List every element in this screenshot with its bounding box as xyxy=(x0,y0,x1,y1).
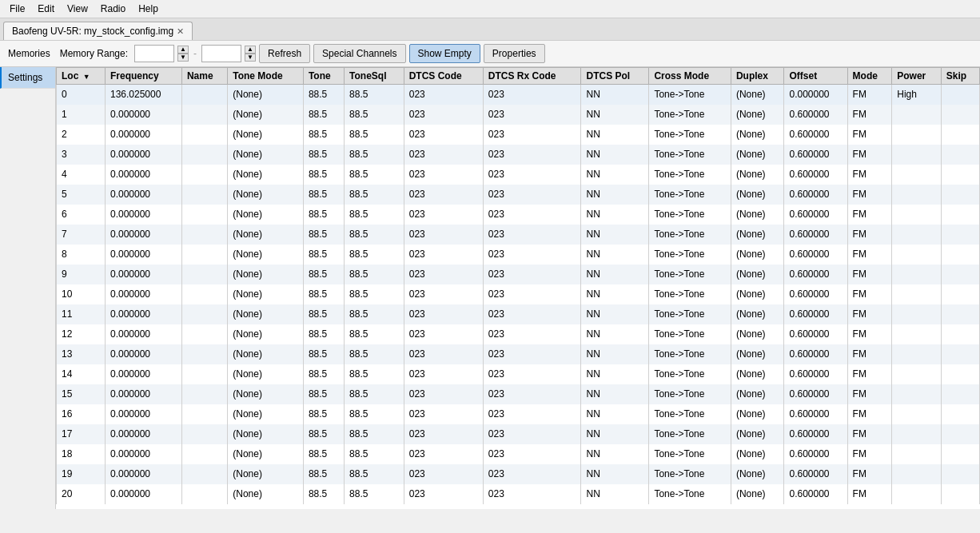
range-start-down-button[interactable]: ▼ xyxy=(177,54,189,62)
col-dtcs-code[interactable]: DTCS Code xyxy=(404,68,483,85)
cell-skip xyxy=(941,125,979,145)
col-dtcs-rx-code[interactable]: DTCS Rx Code xyxy=(483,68,581,85)
cell-dtcs_code: 023 xyxy=(404,464,483,484)
cell-frequency: 0.000000 xyxy=(105,424,181,444)
cell-power xyxy=(892,324,942,344)
cell-tonesql: 88.5 xyxy=(345,404,404,424)
cell-skip xyxy=(941,424,979,444)
cell-dtcs_pol: NN xyxy=(581,364,649,384)
cell-tone: 88.5 xyxy=(303,225,344,245)
document-tab[interactable]: Baofeng UV-5R: my_stock_config.img ✕ xyxy=(3,22,193,40)
table-row[interactable]: 40.000000(None)88.588.5023023NNTone->Ton… xyxy=(57,165,980,185)
cell-dtcs_code: 023 xyxy=(404,284,483,304)
col-frequency[interactable]: Frequency xyxy=(105,68,181,85)
table-row[interactable]: 190.000000(None)88.588.5023023NNTone->To… xyxy=(57,464,980,484)
col-duplex[interactable]: Duplex xyxy=(731,68,784,85)
cell-tone: 88.5 xyxy=(303,125,344,145)
range-end-down-button[interactable]: ▼ xyxy=(245,54,256,62)
col-offset[interactable]: Offset xyxy=(784,68,847,85)
table-row[interactable]: 100.000000(None)88.588.5023023NNTone->To… xyxy=(57,284,980,304)
cell-power xyxy=(892,424,942,444)
table-row[interactable]: 110.000000(None)88.588.5023023NNTone->To… xyxy=(57,304,980,324)
col-loc[interactable]: Loc ▼ xyxy=(57,68,106,85)
col-tone[interactable]: Tone xyxy=(303,68,344,85)
table-row[interactable]: 80.000000(None)88.588.5023023NNTone->Ton… xyxy=(57,245,980,265)
col-cross-mode[interactable]: Cross Mode xyxy=(649,68,731,85)
table-row[interactable]: 130.000000(None)88.588.5023023NNTone->To… xyxy=(57,344,980,364)
table-row[interactable]: 30.000000(None)88.588.5023023NNTone->Ton… xyxy=(57,145,980,165)
col-dtcs-pol[interactable]: DTCS Pol xyxy=(581,68,649,85)
menu-view[interactable]: View xyxy=(61,2,94,16)
special-channels-button[interactable]: Special Channels xyxy=(313,44,405,63)
col-mode[interactable]: Mode xyxy=(847,68,892,85)
table-row[interactable]: 20.000000(None)88.588.5023023NNTone->Ton… xyxy=(57,125,980,145)
refresh-button[interactable]: Refresh xyxy=(259,44,310,63)
cell-dtcs_rx_code: 023 xyxy=(483,245,581,265)
cell-loc: 13 xyxy=(57,344,106,364)
col-name[interactable]: Name xyxy=(181,68,227,85)
cell-name xyxy=(181,484,227,504)
range-start-up-button[interactable]: ▲ xyxy=(177,46,189,54)
sidebar: Settings xyxy=(0,67,56,509)
cell-dtcs_rx_code: 023 xyxy=(483,424,581,444)
cell-mode: FM xyxy=(847,145,892,165)
table-row[interactable]: 90.000000(None)88.588.5023023NNTone->Ton… xyxy=(57,265,980,284)
menu-radio[interactable]: Radio xyxy=(94,2,132,16)
memory-range-end-input[interactable] xyxy=(201,45,241,62)
cell-dtcs_rx_code: 023 xyxy=(483,304,581,324)
col-tonesql[interactable]: ToneSql xyxy=(345,68,404,85)
cell-loc: 0 xyxy=(57,85,106,105)
table-row[interactable]: 170.000000(None)88.588.5023023NNTone->To… xyxy=(57,424,980,444)
col-power[interactable]: Power xyxy=(892,68,942,85)
table-row[interactable]: 200.000000(None)88.588.5023023NNTone->To… xyxy=(57,484,980,504)
show-empty-button[interactable]: Show Empty xyxy=(409,44,480,63)
cell-cross_mode: Tone->Tone xyxy=(649,324,731,344)
cell-mode: FM xyxy=(847,265,892,284)
col-tone-mode[interactable]: Tone Mode xyxy=(228,68,304,85)
menu-file[interactable]: File xyxy=(3,2,31,16)
menu-help[interactable]: Help xyxy=(132,2,165,16)
cell-tone: 88.5 xyxy=(303,464,344,484)
cell-dtcs_pol: NN xyxy=(581,145,649,165)
table-row[interactable]: 0136.025000(None)88.588.5023023NNTone->T… xyxy=(57,85,980,105)
cell-loc: 3 xyxy=(57,145,106,165)
table-row[interactable]: 60.000000(None)88.588.5023023NNTone->Ton… xyxy=(57,205,980,225)
cell-dtcs_rx_code: 023 xyxy=(483,265,581,284)
cell-dtcs_pol: NN xyxy=(581,225,649,245)
table-row[interactable]: 10.000000(None)88.588.5023023NNTone->Ton… xyxy=(57,105,980,125)
cell-name xyxy=(181,404,227,424)
memory-range-start-input[interactable] xyxy=(134,45,174,62)
cell-skip xyxy=(941,205,979,225)
cell-power xyxy=(892,284,942,304)
cell-dtcs_pol: NN xyxy=(581,284,649,304)
cell-frequency: 0.000000 xyxy=(105,205,181,225)
table-row[interactable]: 70.000000(None)88.588.5023023NNTone->Ton… xyxy=(57,225,980,245)
properties-button[interactable]: Properties xyxy=(484,44,545,63)
cell-name xyxy=(181,364,227,384)
table-row[interactable]: 50.000000(None)88.588.5023023NNTone->Ton… xyxy=(57,185,980,205)
range-end-up-button[interactable]: ▲ xyxy=(245,46,256,54)
cell-loc: 5 xyxy=(57,185,106,205)
cell-cross_mode: Tone->Tone xyxy=(649,165,731,185)
table-row[interactable]: 180.000000(None)88.588.5023023NNTone->To… xyxy=(57,444,980,464)
cell-name xyxy=(181,324,227,344)
cell-tone_mode: (None) xyxy=(228,484,304,504)
table-container[interactable]: Loc ▼ Frequency Name Tone Mode Tone Tone… xyxy=(56,67,980,509)
cell-tonesql: 88.5 xyxy=(345,225,404,245)
cell-tonesql: 88.5 xyxy=(345,444,404,464)
cell-tone_mode: (None) xyxy=(228,444,304,464)
sidebar-item-settings[interactable]: Settings xyxy=(0,67,55,89)
table-row[interactable]: 140.000000(None)88.588.5023023NNTone->To… xyxy=(57,364,980,384)
table-row[interactable]: 150.000000(None)88.588.5023023NNTone->To… xyxy=(57,384,980,404)
menu-edit[interactable]: Edit xyxy=(31,2,61,16)
cell-mode: FM xyxy=(847,464,892,484)
cell-cross_mode: Tone->Tone xyxy=(649,424,731,444)
table-row[interactable]: 160.000000(None)88.588.5023023NNTone->To… xyxy=(57,404,980,424)
cell-dtcs_rx_code: 023 xyxy=(483,185,581,205)
table-row[interactable]: 120.000000(None)88.588.5023023NNTone->To… xyxy=(57,324,980,344)
col-skip[interactable]: Skip xyxy=(941,68,979,85)
tab-close-button[interactable]: ✕ xyxy=(177,26,184,37)
cell-skip xyxy=(941,384,979,404)
cell-duplex: (None) xyxy=(731,364,784,384)
cell-frequency: 0.000000 xyxy=(105,384,181,404)
